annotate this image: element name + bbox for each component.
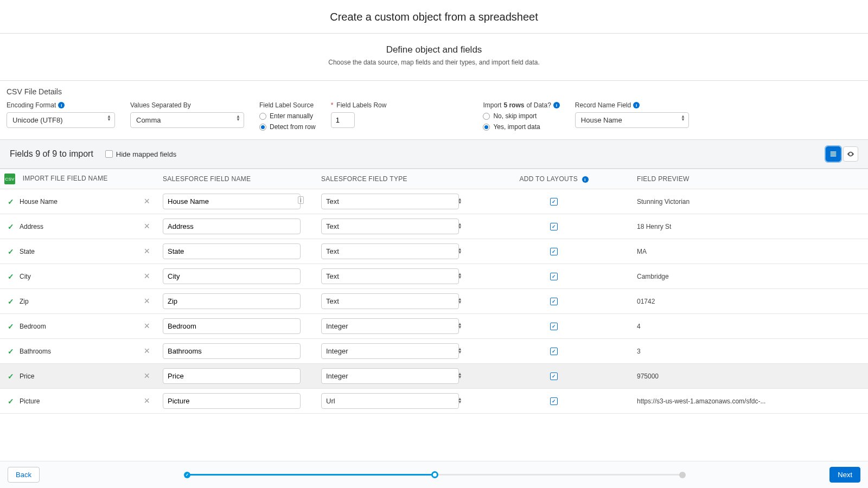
remove-field-button[interactable]: × xyxy=(139,294,154,308)
field-preview-value: https://s3-us-west-1.amazonaws.com/sfdc-… xyxy=(633,389,868,414)
sf-field-type-select[interactable]: Integer xyxy=(321,318,459,334)
checkmark-icon: ✓ xyxy=(8,322,14,331)
back-button[interactable]: Back xyxy=(8,467,40,483)
list-icon xyxy=(829,150,837,158)
step-pending-icon xyxy=(679,472,686,478)
add-to-layouts-checkbox[interactable] xyxy=(550,323,558,330)
view-list-button[interactable] xyxy=(826,146,841,162)
sf-field-name-input[interactable] xyxy=(163,343,301,359)
field-preview-value: MA xyxy=(633,239,868,264)
checkbox-icon xyxy=(105,150,113,158)
separator-select[interactable]: Comma ▲▼ xyxy=(130,112,244,128)
remove-field-button[interactable]: × xyxy=(139,245,154,258)
import-file-name: Address xyxy=(20,223,139,230)
add-to-layouts-checkbox[interactable] xyxy=(550,198,558,206)
field-label-source-label: Field Label Source xyxy=(259,101,316,109)
csv-details-label: CSV File Details xyxy=(7,87,861,96)
import-file-name: House Name xyxy=(20,198,139,206)
page-title: Create a custom object from a spreadshee… xyxy=(0,0,868,34)
hide-mapped-fields-toggle[interactable]: Hide mapped fields xyxy=(105,150,176,158)
sf-field-type-select[interactable]: Url xyxy=(321,393,459,409)
add-to-layouts-checkbox[interactable] xyxy=(550,248,558,255)
record-name-select[interactable]: House Name ▲▼ xyxy=(575,112,689,128)
col-preview-header: FIELD PREVIEW xyxy=(633,169,868,189)
radio-icon xyxy=(259,124,266,131)
radio-icon xyxy=(483,124,490,131)
sf-field-type-select[interactable]: Integer xyxy=(321,368,459,384)
sf-field-type-select[interactable]: Text xyxy=(321,194,459,209)
add-to-layouts-checkbox[interactable] xyxy=(550,273,558,280)
remove-field-button[interactable]: × xyxy=(139,220,154,233)
sf-field-name-input[interactable] xyxy=(163,318,301,334)
add-to-layouts-checkbox[interactable] xyxy=(550,298,558,305)
info-icon[interactable]: i xyxy=(582,176,589,183)
sf-field-type-select[interactable]: Integer xyxy=(321,343,459,359)
chevron-updown-icon: ▲▼ xyxy=(458,373,462,379)
field-preview-value: 18 Henry St xyxy=(633,214,868,239)
sf-field-type-select[interactable]: Text xyxy=(321,219,459,234)
field-preview-value: 4 xyxy=(633,314,868,339)
info-icon[interactable]: i xyxy=(553,102,560,108)
remove-field-button[interactable]: × xyxy=(139,269,154,283)
sf-field-type-select[interactable]: Text xyxy=(321,243,459,259)
remove-field-button[interactable]: × xyxy=(139,319,154,333)
checkmark-icon: ✓ xyxy=(8,272,14,281)
encoding-select[interactable]: Unicode (UTF8) ▲▼ xyxy=(7,112,115,128)
add-to-layouts-checkbox[interactable] xyxy=(550,397,558,405)
chevron-updown-icon: ▲▼ xyxy=(236,115,240,121)
eye-icon xyxy=(847,150,854,158)
radio-yes-import-data[interactable]: Yes, import data xyxy=(483,123,559,131)
svg-rect-0 xyxy=(831,152,837,153)
separator-label: Values Separated By xyxy=(130,101,244,109)
encoding-label: Encoding Format xyxy=(7,101,56,109)
radio-enter-manually[interactable]: Enter manually xyxy=(259,112,316,120)
add-to-layouts-checkbox[interactable] xyxy=(550,348,558,355)
sf-field-name-input[interactable] xyxy=(163,268,301,284)
sf-field-name-input[interactable] xyxy=(163,219,301,234)
record-name-label: Record Name Field xyxy=(575,101,631,109)
remove-field-button[interactable]: × xyxy=(139,344,154,358)
info-icon[interactable]: i xyxy=(633,102,640,108)
import-file-name: City xyxy=(20,273,139,280)
checkmark-icon: ✓ xyxy=(8,222,14,231)
chevron-updown-icon: ▲▼ xyxy=(458,223,462,229)
sf-field-name-input[interactable] xyxy=(163,368,301,384)
sf-field-name-input[interactable] xyxy=(163,243,301,259)
add-to-layouts-checkbox[interactable] xyxy=(550,373,558,380)
chevron-updown-icon: ▲▼ xyxy=(458,273,462,279)
checkmark-icon: ✓ xyxy=(8,197,14,206)
import-file-name: Bathrooms xyxy=(20,348,139,355)
sf-field-name-input[interactable] xyxy=(163,393,301,409)
remove-field-button[interactable]: × xyxy=(139,394,154,408)
remove-field-button[interactable]: × xyxy=(139,369,154,383)
radio-no-skip-import[interactable]: No, skip import xyxy=(483,112,559,120)
radio-detect-from-row[interactable]: Detect from row xyxy=(259,123,316,131)
sf-field-name-input[interactable] xyxy=(163,194,301,209)
checkmark-icon: ✓ xyxy=(8,397,14,406)
table-row: ✓ Bathrooms × Integer ▲▼ 3 xyxy=(0,339,868,364)
progress-indicator xyxy=(50,471,819,478)
labels-row-input[interactable] xyxy=(331,112,355,128)
checkmark-icon: ✓ xyxy=(8,247,14,256)
next-button[interactable]: Next xyxy=(829,467,860,483)
import-data-group: No, skip import Yes, import data xyxy=(483,112,559,131)
field-preview-value: 01742 xyxy=(633,289,868,314)
sf-field-name-input[interactable] xyxy=(163,293,301,309)
sf-field-type-select[interactable]: Text xyxy=(321,293,459,309)
info-icon[interactable]: i xyxy=(58,102,65,108)
section-sub: Choose the data source, map fields and t… xyxy=(0,59,868,66)
csv-icon: CSV xyxy=(4,174,15,184)
chevron-updown-icon: ▲▼ xyxy=(458,348,462,354)
view-preview-button[interactable] xyxy=(843,146,858,162)
table-row: ✓ Zip × Text ▲▼ 01742 xyxy=(0,289,868,314)
import-file-name: State xyxy=(20,248,139,255)
remove-field-button[interactable]: × xyxy=(139,195,154,208)
checkmark-icon: ✓ xyxy=(8,347,14,356)
field-label-source-group: Enter manually Detect from row xyxy=(259,112,316,131)
add-to-layouts-checkbox[interactable] xyxy=(550,223,558,230)
chevron-updown-icon: ▲▼ xyxy=(458,397,462,404)
sf-field-type-select[interactable]: Text xyxy=(321,268,459,284)
edit-inline-icon[interactable]: i xyxy=(298,196,303,204)
labels-row-label: Field Labels Row xyxy=(336,101,386,109)
col-layouts-header: ADD TO LAYOUTS i xyxy=(475,169,633,189)
